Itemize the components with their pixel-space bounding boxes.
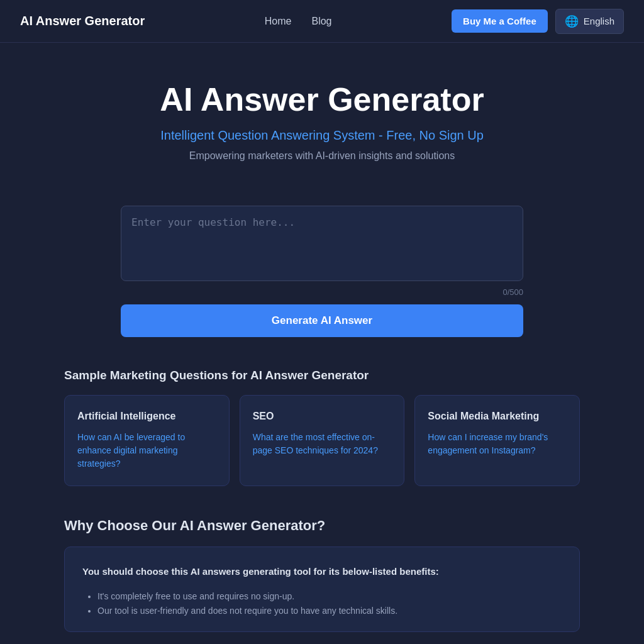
sample-card-social[interactable]: Social Media Marketing How can I increas… [414, 395, 580, 486]
hero-section: AI Answer Generator Intelligent Question… [0, 43, 644, 187]
why-benefit-2: Our tool is user-friendly and does not r… [97, 604, 562, 619]
nav-links: Home Blog [265, 16, 332, 27]
char-count: 0/500 [121, 287, 523, 297]
why-benefit-1: It's completely free to use and requires… [97, 589, 562, 604]
language-label: English [584, 16, 614, 26]
sample-cards: Artificial Intelligence How can AI be le… [64, 395, 580, 486]
why-section: Why Choose Our AI Answer Generator? You … [52, 518, 592, 632]
question-input[interactable] [121, 206, 523, 281]
question-area: 0/500 Generate AI Answer [108, 206, 536, 337]
why-box-heading: You should choose this AI answers genera… [82, 565, 562, 579]
hero-description: Empowering marketers with AI-driven insi… [13, 150, 631, 162]
nav-home-link[interactable]: Home [265, 16, 292, 27]
sample-card-seo-title: SEO [253, 411, 392, 422]
why-box: You should choose this AI answers genera… [64, 547, 580, 632]
samples-title: Sample Marketing Questions for AI Answer… [64, 369, 580, 382]
nav-logo: AI Answer Generator [20, 14, 145, 28]
sample-card-social-title: Social Media Marketing [428, 411, 567, 422]
language-button[interactable]: 🌐 English [555, 9, 624, 34]
sample-card-ai[interactable]: Artificial Intelligence How can AI be le… [64, 395, 230, 486]
why-title: Why Choose Our AI Answer Generator? [64, 518, 580, 534]
nav-blog-link[interactable]: Blog [311, 16, 331, 27]
why-benefits-list: It's completely free to use and requires… [82, 589, 562, 619]
sample-card-ai-question: How can AI be leveraged to enhance digit… [77, 431, 216, 470]
navbar: AI Answer Generator Home Blog Buy Me a C… [0, 0, 644, 43]
hero-title: AI Answer Generator [13, 80, 631, 118]
samples-section: Sample Marketing Questions for AI Answer… [52, 369, 592, 486]
nav-right: Buy Me a Coffee 🌐 English [452, 9, 624, 34]
sample-card-social-question: How can I increase my brand's engagement… [428, 431, 567, 457]
sample-card-seo[interactable]: SEO What are the most effective on-page … [240, 395, 405, 486]
globe-icon: 🌐 [565, 14, 579, 28]
sample-card-seo-question: What are the most effective on-page SEO … [253, 431, 392, 457]
generate-button[interactable]: Generate AI Answer [121, 304, 523, 337]
hero-subtitle: Intelligent Question Answering System - … [13, 128, 631, 143]
sample-card-ai-title: Artificial Intelligence [77, 411, 216, 422]
buy-coffee-button[interactable]: Buy Me a Coffee [452, 9, 548, 33]
